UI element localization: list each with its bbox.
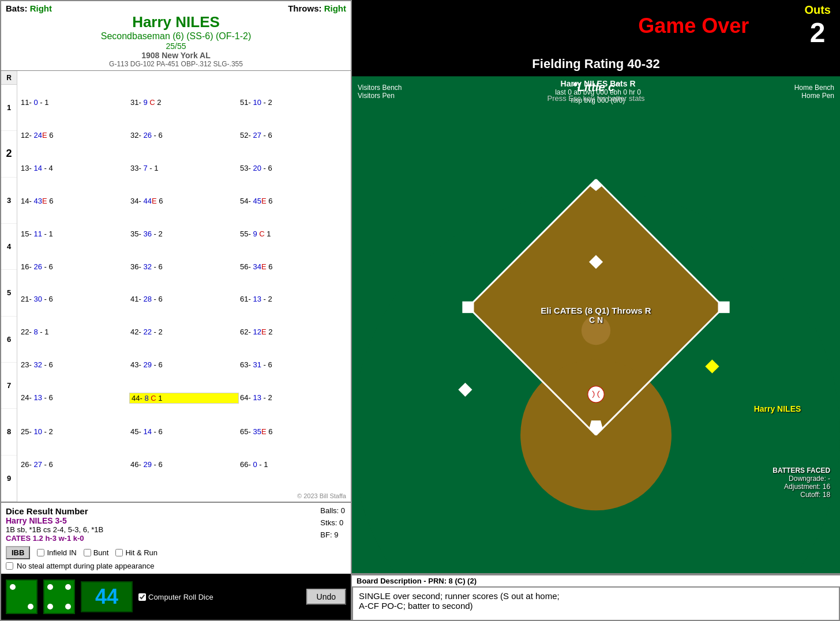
dice-entry-31: 31- 9 C 2 [129, 97, 239, 107]
card-content: 11- 0 - 1 31- 9 C 2 51- 10 - 2 12- 24E 6… [17, 71, 351, 502]
board-description-section: Board Description - PRN: 8 (C) (2) SINGL… [352, 573, 840, 621]
stks-value: 0 [339, 518, 343, 527]
row-num-4: 4 [1, 224, 17, 270]
die-1 [6, 579, 38, 614]
dot [65, 584, 71, 590]
dice-entry-43: 43- 29 - 6 [129, 360, 239, 370]
bf-label: BF: [320, 530, 332, 539]
bats-throws-row: Bats: Right Throws: Right [6, 3, 346, 13]
row-num-6: 6 [1, 317, 17, 363]
svg-rect-9 [462, 302, 474, 313]
infield-in-label: Infield IN [47, 548, 76, 557]
row-num-9: 9 [1, 456, 17, 502]
dice-entry-66: 66- 0 - 1 [239, 460, 348, 469]
balls-stks-panel: Balls: 0 Stks: 0 BF: 9 [320, 505, 345, 541]
svg-point-14 [588, 386, 604, 402]
dice-display-row: 44 Computer Roll Dice Undo [1, 574, 351, 620]
dice-entry-61: 61- 13 - 2 [239, 294, 348, 304]
hit-run-input[interactable] [115, 549, 123, 556]
player-stats: G-113 DG-102 PA-451 OBP-.312 SLG-.355 [6, 60, 346, 68]
dice-entry-14: 14- 43E 6 [20, 196, 129, 206]
dice-entry-64: 64- 13 - 2 [239, 393, 348, 402]
downgrade-text: Downgrade: - [772, 475, 830, 483]
dot [65, 604, 71, 609]
harry-niles-name: Harry NILES [754, 404, 801, 413]
bats-label: Bats: [6, 3, 28, 13]
dice-entry-32: 32- 26 - 6 [129, 130, 239, 140]
computer-roll-checkbox[interactable]: Computer Roll Dice [138, 593, 213, 601]
dice-entry-26: 26- 27 - 6 [20, 460, 129, 469]
fielding-rating-bar: Fielding Rating 40-32 [352, 52, 840, 76]
row-num-1: 1 [1, 85, 17, 131]
player-name: Harry NILES [6, 13, 346, 31]
dice-entry-42: 42- 22 - 2 [129, 327, 239, 337]
computer-roll-section: Computer Roll Dice [138, 593, 213, 601]
outs-panel: Outs 2 [804, 3, 831, 48]
dot [47, 604, 53, 609]
dice-entry-25: 25- 10 - 2 [20, 427, 129, 436]
board-description-body: SINGLE over second; runner scores (S out… [352, 586, 840, 621]
infield-in-checkbox[interactable]: Infield IN [37, 548, 76, 557]
row-num-7: 7 [1, 363, 17, 409]
pitcher-sub-label: C N [541, 315, 651, 324]
press-esc-text: Press Esc key for batter stats [547, 94, 644, 103]
bf-value: 9 [334, 530, 338, 539]
undo-button[interactable]: Undo [306, 589, 346, 605]
dice-entry-34: 34- 44E 6 [129, 196, 239, 206]
dice-entry-35: 35- 36 - 2 [129, 229, 239, 239]
row-num-r: R [1, 71, 17, 85]
copyright: © 2023 Bill Staffa [20, 491, 348, 500]
field-container: "Little c" Press Esc key for batter stat… [352, 76, 840, 573]
bunt-input[interactable] [84, 549, 91, 556]
dice-entry-33: 33- 7 - 1 [129, 163, 239, 173]
dice-entry-41: 41- 28 - 6 [129, 294, 239, 304]
throws-info: Throws: Right [288, 3, 346, 13]
bunt-label: Bunt [93, 548, 109, 557]
player-position: Secondbaseman (6) (SS-6) (OF-1-2) [6, 31, 346, 42]
dice-number-display: 44 [81, 581, 133, 612]
dice-entry-46: 46- 29 - 6 [129, 460, 239, 469]
dice-result-name: Harry NILES 3-5 [6, 516, 346, 525]
hit-run-label: Hit & Run [125, 548, 158, 557]
pitcher-label-group: Eli CATES (8 Q1) Throws R C N [541, 305, 651, 324]
fielding-rating-text: Fielding Rating 40-32 [532, 57, 659, 71]
ibb-button[interactable]: IBB [6, 546, 30, 559]
hit-run-checkbox[interactable]: Hit & Run [115, 548, 158, 557]
game-over-text: Game Over [583, 14, 804, 38]
row-num-2: 2 [1, 131, 17, 177]
row-num-8: 8 [1, 409, 17, 455]
row-numbers: R 1 2 3 4 5 6 7 8 9 [1, 71, 17, 502]
dice-entry-63: 63- 31 - 6 [239, 360, 348, 370]
stks-label: Stks: [320, 518, 337, 527]
dice-entry-54: 54- 45E 6 [239, 196, 348, 206]
dice-entry-36: 36- 32 - 6 [129, 262, 239, 272]
dice-entry-65: 65- 35E 6 [239, 427, 348, 436]
dice-entry-23: 23- 32 - 6 [20, 360, 129, 370]
controls-row: IBB Infield IN Bunt Hit & Run [6, 546, 346, 559]
throws-label: Throws: [288, 3, 321, 13]
row-num-3: 3 [1, 178, 17, 224]
bunt-checkbox[interactable]: Bunt [84, 548, 109, 557]
dot [28, 604, 33, 609]
no-steal-label: No steal attempt during plate appearance [17, 562, 155, 570]
dice-entry-44: 44- 8 C 1 [129, 393, 239, 404]
dice-result-detail: 1B sb, *1B cs 2-4, 5-3, 6, *1B [6, 525, 346, 534]
dice-result-pitcher: CATES 1.2 h-3 w-1 k-0 [6, 534, 346, 543]
infield-in-input[interactable] [37, 549, 44, 556]
board-description-text: SINGLE over second; runner scores (S out… [359, 591, 560, 611]
computer-roll-input[interactable] [138, 593, 146, 601]
dice-entry-56: 56- 34E 6 [239, 262, 348, 272]
little-c-text: "Little c" [547, 81, 644, 94]
batters-faced-title: BATTERS FACED [772, 466, 830, 475]
player-team: 1908 New York AL [6, 51, 346, 60]
pitcher-name-label: Eli CATES (8 Q1) Throws R [541, 305, 651, 315]
no-steal-row[interactable]: No steal attempt during plate appearance [6, 562, 346, 570]
harry-niles-field-label: Harry NILES [754, 404, 801, 414]
no-steal-checkbox[interactable] [6, 562, 13, 570]
dice-entry-52: 52- 27 - 6 [239, 130, 348, 140]
outs-label: Outs [804, 3, 831, 17]
card-table: R 1 2 3 4 5 6 7 8 9 11- 0 - 1 31- 9 C 2 [1, 71, 351, 502]
top-bar: Game Over Outs 2 [352, 0, 840, 52]
svg-rect-8 [718, 302, 730, 313]
left-panel: Bats: Right Throws: Right Harry NILES Se… [0, 0, 352, 621]
